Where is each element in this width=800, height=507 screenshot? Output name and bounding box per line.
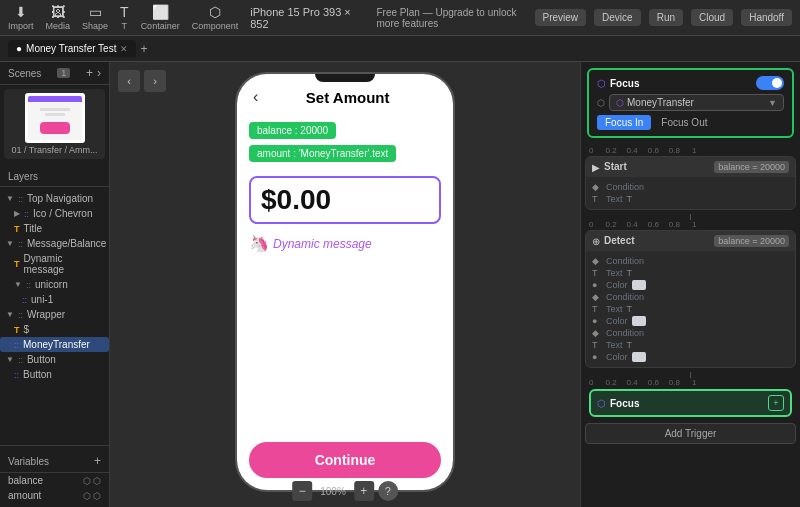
- bottom-focus-label: Focus: [610, 398, 639, 409]
- detect-node-header: ⊕ Detect balance = 20000: [586, 231, 795, 251]
- color-icon-2: ●: [592, 316, 602, 326]
- handoff-button[interactable]: Handoff: [741, 9, 792, 26]
- layer-unicorn[interactable]: ▼ :: unicorn: [0, 277, 109, 292]
- scale-row-focus: 0 0.2 0.4 0.6 0.8 1: [585, 378, 796, 387]
- color-box-2: [632, 316, 646, 326]
- help-button[interactable]: ?: [378, 481, 398, 501]
- condition-icon-2: ◆: [592, 292, 602, 302]
- layer-dollar[interactable]: T $: [0, 322, 109, 337]
- tab-bar: ● Money Transfer Test ✕ +: [0, 36, 800, 62]
- continue-button[interactable]: Continue: [249, 442, 441, 478]
- canvas-area: ‹ › ‹ Set Amount balance : 20000 amount …: [110, 62, 580, 507]
- layer-money-transfer[interactable]: :: MoneyTransfer: [0, 337, 109, 352]
- color-box-1: [632, 280, 646, 290]
- scenes-more-button[interactable]: ›: [97, 66, 101, 80]
- canvas-nav: ‹ ›: [118, 70, 166, 92]
- add-scene-button[interactable]: +: [86, 66, 93, 80]
- layer-button[interactable]: :: Button: [0, 367, 109, 382]
- group-icon: ::: [26, 280, 31, 290]
- layer-ico-chevron[interactable]: ▶ :: Ico / Chevron: [0, 206, 109, 221]
- scenes-panel: Scenes 1 + › 01: [0, 62, 110, 507]
- media-button[interactable]: 🖼 Media: [46, 4, 71, 31]
- balance-badge: balance : 20000: [249, 122, 336, 139]
- group-icon: ::: [18, 355, 23, 365]
- zoom-in-button[interactable]: +: [354, 481, 374, 501]
- component-icon: ::: [14, 340, 19, 350]
- container-icon: ⬜: [152, 4, 169, 20]
- logic-panel: ⬡ Focus ⬡ ⬡ MoneyTransfer ▼ Focus In Foc…: [580, 62, 800, 507]
- layer-uni-1[interactable]: :: uni-1: [0, 292, 109, 307]
- group-icon: ::: [18, 239, 23, 249]
- toolbar-left: ⬇ Import 🖼 Media ▭ Shape T T ⬜ Container…: [8, 4, 238, 31]
- add-trigger-button[interactable]: Add Trigger: [585, 423, 796, 444]
- variables-label: Variables: [8, 456, 49, 467]
- detect-condition-row-2: ◆ Condition: [592, 291, 789, 303]
- amount-input-container[interactable]: $0.00: [249, 176, 441, 224]
- app-title: Set Amount: [258, 89, 437, 106]
- shape-button[interactable]: ▭ Shape: [82, 4, 108, 31]
- device-button[interactable]: Device: [594, 9, 641, 26]
- main-layout: Scenes 1 + › 01: [0, 62, 800, 507]
- tab-money-transfer[interactable]: ● Money Transfer Test ✕: [8, 40, 136, 57]
- start-node-header: ▶ Start balance = 20000: [586, 157, 795, 177]
- start-node-icon: ▶: [592, 162, 600, 173]
- layer-message-balance[interactable]: ▼ :: Message/Balance: [0, 236, 109, 251]
- zoom-label: 100%: [316, 486, 350, 497]
- layers-header: Layers: [0, 167, 109, 187]
- cloud-button[interactable]: Cloud: [691, 9, 733, 26]
- color-icon-3: ●: [592, 352, 602, 362]
- color-box-3: [632, 352, 646, 362]
- start-text-row: T Text T: [592, 193, 789, 205]
- add-variable-button[interactable]: +: [94, 454, 101, 468]
- layer-wrapper[interactable]: ▼ :: Wrapper: [0, 307, 109, 322]
- run-button[interactable]: Run: [649, 9, 683, 26]
- detect-node-title: Detect: [604, 236, 635, 246]
- focus-toggle[interactable]: [756, 76, 784, 90]
- scenes-header: Scenes 1 + ›: [0, 62, 109, 85]
- upgrade-button[interactable]: Free Plan — Upgrade to unlock more featu…: [369, 4, 527, 32]
- condition-icon-1: ◆: [592, 256, 602, 266]
- text-node-icon: T: [592, 194, 602, 204]
- dropdown-chevron-icon: ▼: [768, 98, 777, 108]
- add-tab-button[interactable]: +: [140, 42, 147, 56]
- bottom-focus-node: ⬡ Focus +: [589, 389, 792, 417]
- layer-top-navigation[interactable]: ▼ :: Top Navigation: [0, 191, 109, 206]
- logic-nodes: 0 0.2 0.4 0.6 0.8 1 ▶ Start balance = 20…: [581, 142, 800, 507]
- variable-amount[interactable]: amount ⬡ ⬡: [0, 488, 109, 503]
- text-icon: T: [14, 224, 20, 234]
- detect-text-row-1: T Text T: [592, 267, 789, 279]
- start-node-title: Start: [604, 162, 627, 172]
- zoom-out-button[interactable]: −: [292, 481, 312, 501]
- detect-node: ⊕ Detect balance = 20000 ◆ Condition T T…: [585, 230, 796, 368]
- layer-button-group[interactable]: ▼ :: Button: [0, 352, 109, 367]
- canvas-forward-button[interactable]: ›: [144, 70, 166, 92]
- layer-dynamic-message[interactable]: T Dynamic message: [0, 251, 109, 277]
- focus-component-icon-left: ⬡: [597, 98, 605, 108]
- focus-in-tab[interactable]: Focus In: [597, 115, 651, 130]
- media-icon: 🖼: [51, 4, 65, 20]
- layer-title[interactable]: T Title: [0, 221, 109, 236]
- layers-label: Layers: [8, 171, 38, 182]
- focus-icon: ⬡: [597, 78, 606, 89]
- scale-row-detect: 0 0.2 0.4 0.6 0.8 1: [585, 220, 796, 229]
- scenes-count: 1: [57, 68, 70, 78]
- container-button[interactable]: ⬜ Container: [141, 4, 180, 31]
- focus-component-badge[interactable]: ⬡ MoneyTransfer ▼: [609, 94, 784, 111]
- component-icon: ::: [24, 209, 29, 219]
- text-button[interactable]: T T: [120, 4, 129, 31]
- tab-close-button[interactable]: ✕: [120, 44, 128, 54]
- dynamic-message-text: Dynamic message: [273, 237, 372, 251]
- start-node-body: ◆ Condition T Text T: [586, 177, 795, 209]
- text-icon: T: [14, 259, 20, 269]
- canvas-back-button[interactable]: ‹: [118, 70, 140, 92]
- toolbar-right: Free Plan — Upgrade to unlock more featu…: [369, 4, 793, 32]
- import-button[interactable]: ⬇ Import: [8, 4, 34, 31]
- scenes-actions: + ›: [86, 66, 101, 80]
- component-button[interactable]: ⬡ Component: [192, 4, 239, 31]
- focus-out-tab[interactable]: Focus Out: [653, 115, 715, 130]
- preview-button[interactable]: Preview: [535, 9, 587, 26]
- component-icon: ::: [22, 295, 27, 305]
- variable-balance[interactable]: balance ⬡ ⬡: [0, 473, 109, 488]
- unicorn-icon: 🦄: [249, 234, 269, 253]
- scene-item[interactable]: 01 / Transfer / Amm...: [4, 89, 105, 159]
